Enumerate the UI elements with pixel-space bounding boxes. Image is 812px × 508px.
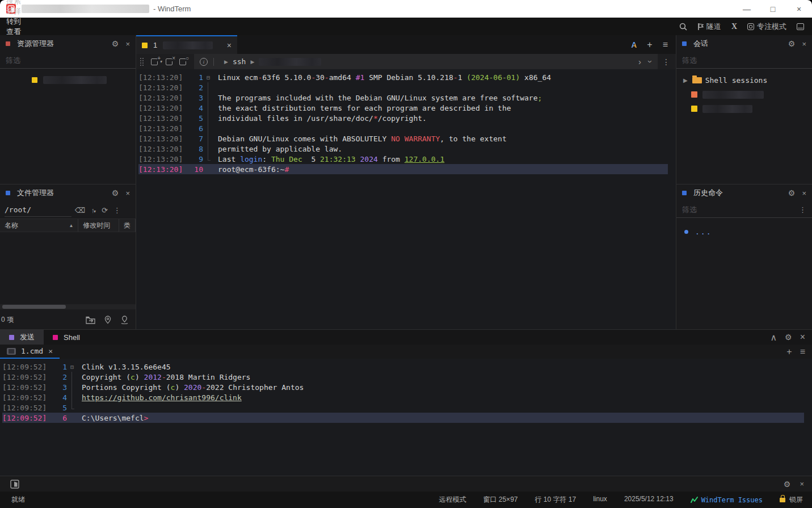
history-filter-input[interactable]: [682, 205, 799, 214]
terminal-line: [12:13:20]10root@ecm-63f6:~#: [138, 164, 668, 174]
line-timestamp: [12:13:20]: [138, 145, 186, 153]
terminal-area: 1 × A + ≡ +▾ × ○ i ▶ ssh: [136, 35, 676, 329]
location-pin-icon[interactable]: [104, 316, 111, 324]
new-terminal-tab-button[interactable]: +: [647, 40, 652, 50]
menu-item-select[interactable]: 选择: [0, 6, 27, 16]
session-item-name-blurred: [702, 105, 752, 113]
close-terminal-icon[interactable]: ×: [166, 58, 173, 65]
open-in-folder-icon[interactable]: [86, 316, 95, 324]
line-number: 2: [50, 373, 67, 381]
toolbar-drag-handle[interactable]: [140, 57, 144, 66]
maximize-button[interactable]: □: [760, 0, 786, 18]
scrollbar-thumb[interactable]: [2, 305, 66, 309]
chevron-down-icon[interactable]: ›: [646, 60, 655, 63]
cmd-tab[interactable]: 1.cmd ×: [0, 345, 60, 359]
horizontal-scrollbar[interactable]: [0, 304, 136, 309]
font-size-icon[interactable]: A: [631, 40, 637, 49]
bottom-terminal[interactable]: [12:09:52]1⊟Clink v1.3.15.6e6e45[12:09:5…: [0, 359, 812, 476]
cmd-tab-list-icon[interactable]: ≡: [800, 347, 805, 357]
sessions-close-icon[interactable]: ×: [802, 40, 806, 48]
focus-mode-button[interactable]: 专注模式: [747, 22, 786, 32]
x-social-button[interactable]: X: [731, 22, 737, 31]
clone-terminal-icon[interactable]: ○: [179, 58, 186, 65]
status-window-size[interactable]: 窗口 25×97: [483, 495, 518, 505]
terminal-tab-swatch: [142, 43, 148, 48]
terminal-tab-close-icon[interactable]: ×: [227, 41, 232, 50]
menu-item-search[interactable]: 搜索: [0, 0, 27, 6]
status-system-type[interactable]: linux: [593, 495, 607, 505]
pane-settings-icon[interactable]: ⚙: [785, 333, 792, 341]
file-path-input[interactable]: [5, 203, 71, 217]
file-manager-close-icon[interactable]: ×: [125, 189, 130, 198]
line-text: individual files in /usr/share/doc/*/cop…: [218, 114, 427, 123]
info-icon[interactable]: i: [200, 58, 208, 66]
session-item[interactable]: [676, 102, 812, 116]
explorer-item[interactable]: [0, 73, 136, 87]
close-button[interactable]: ×: [786, 0, 812, 18]
up-directory-icon[interactable]: ↑▾: [91, 206, 96, 215]
explorer-filter-input[interactable]: [6, 56, 130, 65]
line-number: 6: [186, 124, 203, 133]
chevron-right-icon[interactable]: ›: [638, 57, 641, 66]
column-name[interactable]: 名称 ▲: [0, 219, 78, 232]
history-more-icon[interactable]: ⋮: [799, 205, 806, 214]
main-terminal[interactable]: [12:13:20]1⊟Linux ecm-63f6 5.10.0-30-amd…: [136, 69, 676, 329]
column-mtime[interactable]: 修改时间: [78, 219, 119, 232]
explorer-close-icon[interactable]: ×: [125, 40, 130, 48]
pane-tab-shell[interactable]: Shell: [44, 330, 89, 345]
windterm-issues-link[interactable]: WindTerm Issues: [691, 496, 763, 504]
lock-screen-button[interactable]: 锁屏: [780, 495, 803, 505]
new-terminal-icon[interactable]: +: [151, 58, 158, 65]
sessions-folder-row[interactable]: ▶ Shell sessions: [676, 73, 812, 87]
explorer-settings-icon[interactable]: ⚙: [112, 40, 119, 48]
column-type[interactable]: 类: [119, 219, 136, 232]
cmd-tab-close-icon[interactable]: ×: [48, 347, 53, 355]
tab-list-menu-icon[interactable]: ≡: [663, 40, 668, 50]
session-item[interactable]: [676, 87, 812, 102]
breadcrumb-arrow-icon: ▶: [250, 59, 254, 65]
file-table-header: 名称 ▲ 修改时间 类: [0, 219, 136, 232]
toolbar-more-icon[interactable]: ⋮: [662, 57, 670, 66]
history-item-bullet: [684, 230, 688, 234]
pane-close-icon[interactable]: ×: [800, 332, 805, 342]
status-remote-mode[interactable]: 远程模式: [439, 495, 466, 505]
location-route-icon[interactable]: [120, 316, 129, 324]
pane-tab-send[interactable]: 发送: [0, 330, 44, 345]
quickbar-close-icon[interactable]: ×: [800, 480, 804, 488]
tree-expander-icon[interactable]: ▶: [683, 77, 688, 83]
history-item[interactable]: ...: [676, 225, 812, 238]
fold-toggle-icon[interactable]: ⊟: [203, 72, 213, 82]
history-close-icon[interactable]: ×: [802, 189, 806, 198]
refresh-icon[interactable]: ⟳: [102, 206, 108, 215]
explorer-panel-icon: [6, 41, 10, 46]
menu-item-goto[interactable]: 转到: [0, 16, 27, 27]
clear-path-icon[interactable]: ⌫: [75, 206, 85, 215]
tunnel-button[interactable]: 隧道: [697, 22, 721, 32]
minimize-button[interactable]: —: [734, 0, 760, 18]
line-timestamp: [12:09:52]: [2, 383, 50, 392]
file-more-icon[interactable]: ⋮: [113, 206, 121, 215]
fold-toggle-icon[interactable]: ⊟: [67, 362, 77, 372]
sessions-settings-icon[interactable]: ⚙: [788, 40, 796, 48]
line-number: 1: [50, 363, 67, 371]
add-cmd-tab-icon[interactable]: +: [786, 347, 792, 357]
quickbar-settings-icon[interactable]: ⚙: [784, 480, 791, 488]
status-cursor-position[interactable]: 行 10 字符 17: [535, 495, 576, 505]
breadcrumb-protocol[interactable]: ssh: [233, 57, 246, 66]
windterm-logo-icon[interactable]: [10, 480, 19, 489]
search-icon[interactable]: [679, 23, 687, 31]
history-panel-icon: [682, 191, 687, 195]
line-number: 9: [186, 155, 203, 163]
status-datetime[interactable]: 2025/5/12 12:13: [624, 495, 674, 505]
file-list[interactable]: [0, 232, 136, 304]
sessions-folder-label: Shell sessions: [705, 76, 768, 85]
window-title-blurred: [22, 5, 149, 13]
terminal-line: [12:09:52]1⊟Clink v1.3.15.6e6e45: [2, 362, 804, 372]
terminal-line: [12:13:20]9Last login: Thu Dec 5 21:32:1…: [138, 154, 668, 164]
sessions-filter-input[interactable]: [682, 56, 806, 65]
file-manager-settings-icon[interactable]: ⚙: [112, 189, 119, 197]
terminal-tab[interactable]: 1 ×: [136, 35, 237, 54]
layout-toggle-icon[interactable]: [797, 23, 804, 30]
history-settings-icon[interactable]: ⚙: [788, 189, 796, 197]
pane-collapse-icon[interactable]: ∧: [770, 332, 777, 343]
